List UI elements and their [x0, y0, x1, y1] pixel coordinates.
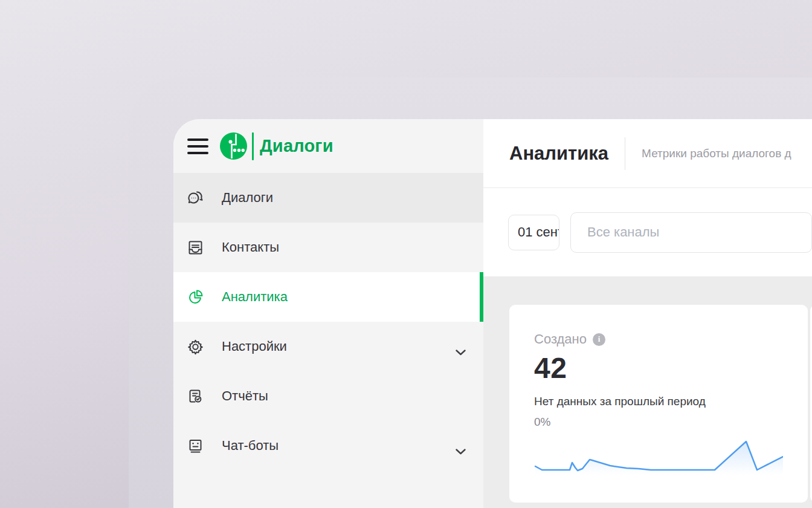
chat-bubbles-icon: [187, 190, 204, 206]
sparkline-chart: [534, 437, 783, 475]
chevron-down-icon[interactable]: [456, 443, 466, 449]
sidebar-brand-row: Диалоги: [173, 119, 483, 173]
megafon-logo-icon: [220, 132, 247, 160]
sidebar-item-contacts[interactable]: Контакты: [173, 223, 483, 272]
report-check-icon: [187, 388, 204, 405]
chevron-down-icon[interactable]: [456, 344, 466, 350]
info-icon[interactable]: i: [593, 333, 605, 346]
sidebar: Диалоги Диалоги: [173, 119, 483, 508]
sidebar-item-dialogs[interactable]: Диалоги: [173, 173, 483, 223]
sidebar-item-label: Контакты: [222, 239, 466, 255]
sidebar-item-label: Аналитика: [222, 289, 466, 305]
metric-value: 42: [534, 351, 783, 385]
hamburger-menu-icon[interactable]: [187, 138, 208, 154]
date-range-picker[interactable]: 01 сент 19 нояб: [508, 215, 559, 250]
sidebar-item-reports[interactable]: Отчёты: [173, 371, 483, 421]
sidebar-item-label: Настройки: [222, 339, 456, 354]
filter-bar: 01 сент 19 нояб Все каналы: [483, 188, 812, 276]
robot-face-icon: [187, 438, 204, 454]
page-subtitle: Метрики работы диалогов д: [642, 147, 791, 160]
sidebar-item-label: Диалоги: [222, 190, 466, 206]
logo-separator: [252, 132, 254, 160]
metric-card-header: Создано i: [534, 331, 783, 347]
page-header: Аналитика Метрики работы диалогов д: [483, 119, 812, 188]
sidebar-nav: Диалоги Контакты: [173, 173, 483, 471]
channels-select-value: Все каналы: [587, 224, 659, 240]
analytics-content: Создано i 42 Нет данных за прошлый перио…: [483, 276, 812, 508]
gear-icon: [187, 339, 204, 355]
header-divider: [625, 137, 625, 170]
sidebar-item-chatbots[interactable]: Чат-боты: [173, 421, 483, 471]
sidebar-item-label: Чат-боты: [222, 438, 456, 454]
channels-select[interactable]: Все каналы: [570, 212, 812, 253]
sidebar-item-analytics[interactable]: Аналитика: [173, 272, 483, 322]
sidebar-item-label: Отчёты: [222, 388, 466, 404]
app-window: Диалоги Диалоги: [173, 119, 812, 508]
brand-wordmark: Диалоги: [260, 136, 334, 156]
main-area: Аналитика Метрики работы диалогов д 01 с…: [483, 119, 812, 508]
metric-delta: 0%: [534, 415, 783, 429]
page-title: Аналитика: [509, 143, 608, 164]
metric-card-created: Создано i 42 Нет данных за прошлый перио…: [509, 305, 808, 503]
date-from[interactable]: 01 сент: [518, 224, 559, 240]
sidebar-item-settings[interactable]: Настройки: [173, 322, 483, 371]
pie-chart-icon: [187, 289, 204, 305]
contacts-inbox-icon: [187, 239, 204, 256]
metric-note: Нет данных за прошлый период: [534, 395, 783, 408]
metric-title: Создано: [534, 331, 587, 347]
